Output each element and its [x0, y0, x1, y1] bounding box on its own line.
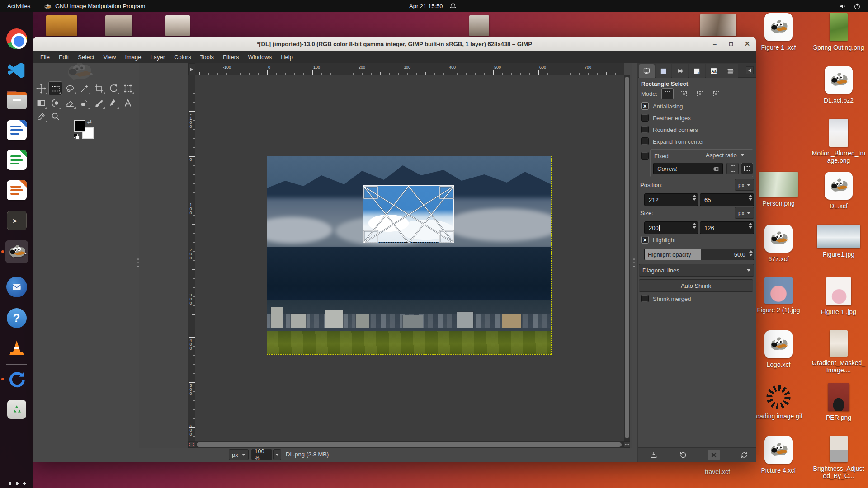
activities-button[interactable]: Activities	[7, 0, 30, 12]
clear-entry-icon[interactable]	[712, 165, 720, 173]
focused-app-menu[interactable]: GNU Image Manipulation Program	[43, 0, 145, 12]
dock-chrome[interactable]	[0, 28, 33, 49]
dock-gimp-active[interactable]	[0, 240, 33, 263]
portrait-orientation-button[interactable]	[726, 163, 739, 174]
dock-trash[interactable]	[0, 400, 33, 419]
desktop-thumbnail[interactable]	[165, 15, 190, 36]
highlight-checkbox[interactable]: ×	[641, 236, 649, 244]
zoom-input[interactable]: 100 %	[251, 449, 272, 460]
guides-select[interactable]: Diagonal lines	[639, 264, 754, 277]
desktop-thumbnail[interactable]	[105, 15, 132, 36]
mode-replace-button[interactable]	[661, 88, 674, 99]
vertical-scrollbar[interactable]	[624, 75, 630, 441]
menu-filters[interactable]: Filters	[218, 51, 243, 63]
position-x-spinner[interactable]: 212	[644, 193, 698, 206]
desktop-icon[interactable]: Figure1.jpg	[811, 225, 866, 258]
spin-down-icon[interactable]	[749, 226, 752, 229]
menu-edit[interactable]: Edit	[54, 51, 73, 63]
quick-mask-toggle[interactable]	[188, 441, 195, 448]
size-unit-select[interactable]: px	[735, 207, 754, 219]
expand-from-center-checkbox[interactable]	[641, 137, 649, 145]
canvas-viewport[interactable]	[195, 75, 624, 441]
rounded-corners-checkbox[interactable]	[641, 126, 649, 133]
selection-rectangle[interactable]	[363, 186, 453, 243]
tool-paintbrush[interactable]	[92, 96, 106, 110]
foreground-color-swatch[interactable]	[74, 120, 85, 132]
tab-document-history[interactable]	[722, 64, 738, 78]
menu-layer[interactable]: Layer	[146, 51, 170, 63]
tool-crop[interactable]	[92, 81, 106, 95]
desktop-icon[interactable]: Figure 1 .jpg	[811, 277, 866, 315]
ruler-origin-button[interactable]	[188, 63, 195, 75]
menu-colors[interactable]: Colors	[170, 51, 196, 63]
tool-mypaint-brush[interactable]	[48, 96, 62, 110]
fixed-checkbox[interactable]	[641, 152, 649, 160]
size-height-spinner[interactable]: 126	[700, 221, 754, 234]
tool-move[interactable]	[34, 81, 48, 95]
spin-up-icon[interactable]	[749, 223, 752, 225]
zoom-select[interactable]	[273, 449, 281, 460]
dock-files[interactable]	[0, 91, 33, 109]
collapse-panel-icon[interactable]	[746, 66, 754, 74]
desktop-icon[interactable]: travel.xcf	[690, 465, 745, 475]
navigation-button[interactable]	[624, 441, 630, 448]
tool-free-select[interactable]	[63, 81, 77, 95]
mode-add-button[interactable]	[678, 88, 690, 99]
tab-patterns[interactable]	[689, 64, 705, 78]
swap-colors-icon[interactable]: ⇄	[87, 118, 92, 125]
dock-splitter-handle[interactable]	[633, 258, 635, 267]
spin-down-icon[interactable]	[749, 254, 753, 256]
aspect-ratio-entry[interactable]: Current	[653, 163, 723, 174]
tool-fuzzy-select[interactable]	[77, 81, 91, 95]
menu-view[interactable]: View	[99, 51, 121, 63]
window-titlebar[interactable]: *[DL] (imported)-13.0 (RGB color 8-bit g…	[33, 37, 756, 51]
desktop-icon[interactable]: Logo.xcf	[751, 330, 806, 368]
desktop-icon[interactable]: DL.xcf.bz2	[811, 66, 866, 104]
antialiasing-checkbox[interactable]: ×	[641, 102, 649, 110]
desktop-icon[interactable]: Spring Outing.png	[811, 13, 866, 51]
spin-down-icon[interactable]	[693, 198, 696, 201]
tool-zoom[interactable]	[48, 109, 62, 123]
spin-down-icon[interactable]	[749, 198, 752, 201]
spin-up-icon[interactable]	[693, 223, 696, 225]
mode-subtract-button[interactable]	[694, 88, 706, 99]
mode-intersect-button[interactable]	[710, 88, 722, 99]
horizontal-scrollbar[interactable]	[195, 441, 624, 448]
tab-fonts[interactable]	[706, 64, 722, 78]
desktop-icon[interactable]: DL.xcf	[811, 172, 866, 210]
tool-gradient[interactable]	[34, 96, 48, 110]
spin-up-icon[interactable]	[693, 195, 696, 197]
dock-calc[interactable]	[0, 150, 33, 170]
menu-file[interactable]: File	[36, 51, 54, 63]
dock-impress[interactable]	[0, 180, 33, 200]
desktop-icon[interactable]: Gradient_Masked_Image....	[811, 330, 866, 374]
shrink-merged-checkbox[interactable]	[641, 295, 649, 302]
unit-select[interactable]: px	[229, 449, 249, 460]
reset-options-button[interactable]	[738, 450, 750, 460]
tool-ink[interactable]	[106, 96, 120, 110]
size-width-spinner[interactable]: 200	[644, 221, 698, 234]
desktop-icon[interactable]: 677.xcf	[751, 225, 806, 263]
menu-tools[interactable]: Tools	[196, 51, 218, 63]
tool-rectangle-select[interactable]	[48, 81, 62, 95]
dock-terminal[interactable]: >_	[0, 211, 33, 230]
tab-tool-options[interactable]	[639, 64, 655, 78]
desktop-thumbnail[interactable]	[46, 15, 77, 36]
maximize-button[interactable]: ◻	[727, 41, 735, 47]
desktop-icon[interactable]: Motion_Blurred_Image.png	[811, 119, 866, 164]
tab-device-status[interactable]	[656, 64, 671, 78]
image-canvas[interactable]	[267, 156, 551, 354]
tool-eraser[interactable]	[63, 96, 77, 110]
desktop-thumbnail[interactable]	[700, 14, 736, 36]
desktop-thumbnail[interactable]	[469, 15, 489, 36]
spin-up-icon[interactable]	[749, 250, 753, 253]
feather-edges-checkbox[interactable]	[641, 114, 649, 122]
desktop-icon[interactable]: loading image.gif	[751, 383, 806, 420]
dock-help[interactable]: ?	[0, 308, 33, 328]
landscape-orientation-button[interactable]	[741, 163, 753, 174]
tool-unified-transform[interactable]	[106, 81, 120, 95]
dock-writer[interactable]	[0, 120, 33, 140]
desktop-icon[interactable]: PER.png	[811, 383, 866, 421]
position-unit-select[interactable]: px	[735, 179, 754, 191]
desktop-icon[interactable]: Figure 2 (1).jpg	[751, 277, 806, 314]
